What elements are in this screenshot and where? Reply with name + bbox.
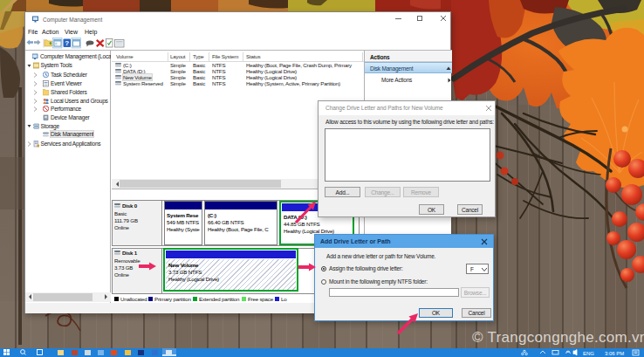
svg-text:3:06 PM: 3:06 PM	[605, 351, 624, 356]
svg-text:ENG: ENG	[583, 351, 594, 356]
svg-text:?: ?	[65, 39, 69, 47]
